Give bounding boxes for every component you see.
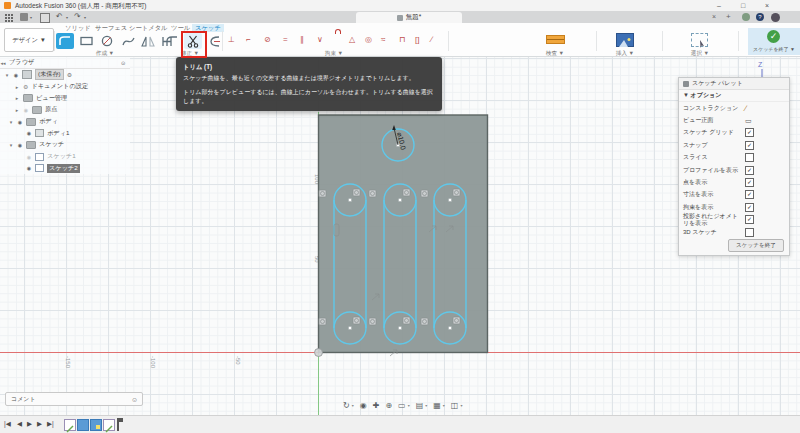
expand-icon[interactable]: ▾ — [4, 72, 10, 78]
close-tab-icon[interactable]: × — [712, 13, 716, 20]
expand-icon[interactable]: ▾ — [8, 142, 14, 148]
checkbox[interactable]: ✓ — [745, 203, 754, 212]
constraint-equal-icon[interactable]: = — [283, 36, 288, 44]
timeline-feature-modify[interactable] — [90, 419, 102, 431]
pan-icon[interactable]: ✚ — [373, 401, 380, 410]
browser-options-icon[interactable]: ⊙ — [120, 60, 126, 66]
timeline-feature-extrude[interactable] — [77, 419, 89, 431]
browser-collapse-icon[interactable]: ◂◂ — [0, 60, 6, 66]
construction-line-icon[interactable]: ∕ — [745, 104, 746, 113]
mirror-tool-icon[interactable] — [139, 33, 157, 49]
timeline-feature-sketch2[interactable] — [103, 419, 115, 431]
timeline-position-marker[interactable] — [117, 418, 119, 431]
checkbox[interactable]: ✓ — [745, 178, 754, 187]
job-status-icon[interactable] — [742, 13, 750, 21]
palette-row-look-at[interactable]: ビュー正面 ▭ — [679, 114, 789, 126]
zoom-icon[interactable]: ⊕ — [385, 401, 392, 410]
browser-row-named-views[interactable]: ▸ ビュー管理 — [0, 92, 130, 104]
constraint-coincident-icon[interactable]: ⌐ — [246, 36, 251, 44]
timeline-feature-sketch1[interactable] — [64, 419, 76, 431]
visibility-eye-icon[interactable]: ◉ — [26, 165, 32, 171]
palette-row-show-points[interactable]: 点を表示 ✓ — [679, 176, 789, 188]
constraint-curvature-icon[interactable]: ⊓ — [399, 36, 405, 44]
user-avatar[interactable] — [771, 13, 780, 22]
palette-row-show-dimensions[interactable]: 寸法を表示 ✓ — [679, 189, 789, 201]
checkbox[interactable] — [745, 228, 754, 237]
rectangle-tool-icon[interactable] — [77, 33, 95, 49]
insert-group-label[interactable]: 挿入 ▼ — [608, 50, 642, 56]
browser-row-sketches[interactable]: ▾ ◉ スケッチ — [0, 139, 130, 151]
constraint-smart-dimension-icon[interactable]: ∕ — [431, 36, 432, 44]
app-grid-icon[interactable] — [5, 14, 13, 22]
constraint-tangent-icon[interactable]: ⊘ — [264, 36, 271, 44]
save-icon[interactable] — [40, 13, 50, 23]
checkbox[interactable]: ✓ — [745, 141, 754, 150]
measure-tool-icon[interactable] — [546, 35, 565, 44]
comment-icon[interactable]: ⊙ — [132, 396, 137, 403]
timeline-go-end-button[interactable]: ▶| — [47, 420, 54, 428]
browser-row-origin[interactable]: ▸ ◉ 原点 — [0, 104, 130, 116]
timeline-go-start-button[interactable]: |◀ — [4, 420, 11, 428]
browser-row-document-settings[interactable]: ▸ ⚙ ドキュメントの設定 — [0, 81, 130, 93]
redo-caret-icon[interactable]: ▾ — [84, 15, 86, 20]
grid-snaps-icon[interactable]: ▦ — [433, 401, 441, 410]
tab-sheetmetal[interactable]: シートメタル — [126, 24, 171, 32]
visibility-eye-icon[interactable]: ◉ — [17, 142, 23, 148]
fit-icon[interactable]: ▭ — [398, 401, 406, 410]
constraint-collinear-icon[interactable]: ≈ — [381, 36, 385, 44]
origin-point[interactable] — [315, 349, 323, 357]
inspect-group-label[interactable]: 検査 ▼ — [538, 50, 572, 56]
constraint-horizontal-vertical-icon[interactable]: ⊥ — [228, 36, 235, 44]
collapse-icon[interactable]: ▸ — [14, 84, 20, 90]
palette-options-section[interactable]: ▼ オプション — [679, 90, 789, 102]
maximize-button[interactable]: □ — [736, 1, 750, 10]
finish-sketch-button-palette[interactable]: スケッチを終了 — [728, 239, 784, 252]
help-icon[interactable]: ? — [756, 13, 764, 21]
undo-icon[interactable]: ↶ — [56, 12, 63, 21]
palette-row-slice[interactable]: スライス — [679, 152, 789, 164]
palette-row-show-constraints[interactable]: 拘束を表示 ✓ — [679, 201, 789, 213]
collapse-icon[interactable]: ▸ — [14, 95, 20, 101]
browser-row-sketch2[interactable]: ◉ スケッチ2 — [0, 163, 130, 175]
visibility-eye-icon[interactable]: ◉ — [26, 154, 32, 160]
line-tool-active[interactable] — [56, 33, 74, 49]
orbit-icon[interactable]: ↻ — [343, 401, 350, 410]
document-tab[interactable]: 無題* — [356, 12, 462, 23]
file-menu-icon[interactable] — [20, 13, 28, 21]
select-group-label[interactable]: 選択 ▼ — [683, 50, 717, 56]
palette-row-construction[interactable]: コンストラクション ∕ — [679, 102, 789, 114]
browser-row-body1[interactable]: ◉ ボディ1 — [0, 127, 130, 139]
checkbox[interactable]: ✓ — [745, 128, 754, 137]
expand-icon[interactable]: ▾ — [8, 119, 14, 125]
constraint-group-label[interactable]: 拘束 ▼ — [310, 50, 358, 56]
checkbox[interactable]: ✓ — [745, 215, 754, 224]
timeline-step-forward-button[interactable]: ▶ — [37, 420, 42, 428]
gear-icon[interactable]: ⚙ — [67, 71, 72, 78]
visibility-eye-icon[interactable]: ◉ — [26, 130, 32, 136]
tab-surface[interactable]: サーフェス — [92, 24, 130, 32]
look-at-icon[interactable]: ◉ — [360, 401, 367, 410]
timeline-play-button[interactable]: ▶ — [27, 420, 32, 428]
constraint-symmetry-icon[interactable]: [] — [415, 36, 419, 44]
finish-sketch-button[interactable]: ✓ スケッチを終了 ▼ — [748, 28, 800, 55]
browser-row-root[interactable]: ▾ ◉ (未保存) ⚙ — [0, 69, 130, 81]
browser-item-label-selected[interactable]: スケッチ2 — [47, 164, 80, 173]
constraint-concentric-icon[interactable]: ◎ — [365, 36, 372, 44]
root-document-label[interactable]: (未保存) — [35, 69, 64, 80]
redo-icon[interactable]: ↷ — [74, 12, 81, 21]
palette-row-3d-sketch[interactable]: 3D スケッチ — [679, 226, 789, 238]
constraint-midpoint-icon[interactable]: △ — [349, 36, 355, 44]
browser-row-bodies[interactable]: ▾ ◉ ボディ — [0, 116, 130, 128]
new-tab-icon[interactable]: + — [726, 12, 731, 21]
minimize-button[interactable]: – — [712, 1, 726, 10]
collapse-icon[interactable]: ▸ — [14, 107, 20, 113]
undo-caret-icon[interactable]: ▾ — [66, 15, 68, 20]
comment-bar[interactable]: コメント ⊙ — [5, 392, 143, 406]
fillet-tool-icon[interactable] — [163, 33, 181, 49]
insert-image-icon[interactable] — [616, 33, 634, 47]
palette-row-snap[interactable]: スナップ ✓ — [679, 139, 789, 151]
palette-row-sketch-grid[interactable]: スケッチ グリッド ✓ — [679, 127, 789, 139]
visibility-eye-icon[interactable]: ◉ — [13, 72, 19, 78]
select-tool-icon[interactable] — [691, 33, 708, 47]
browser-row-sketch1[interactable]: ◉ スケッチ1 — [0, 151, 130, 163]
